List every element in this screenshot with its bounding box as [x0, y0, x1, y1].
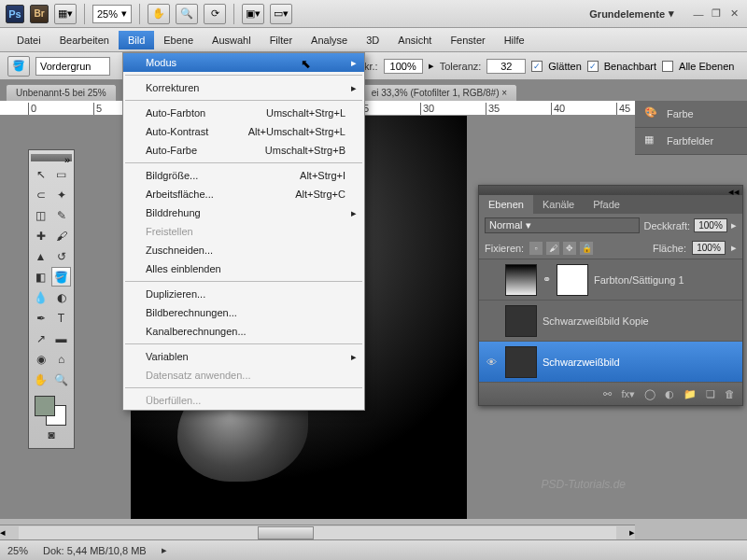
lock-position-icon[interactable]: ✥ — [563, 242, 576, 255]
crop-tool-icon[interactable]: ◫ — [31, 205, 50, 225]
scrollbar-horizontal[interactable]: ◂▸ — [0, 525, 635, 539]
menu-bild[interactable]: Bild — [119, 31, 154, 49]
menu-item[interactable]: Modus▸⬉ — [123, 53, 364, 72]
menu-item[interactable]: Variablen▸ — [123, 347, 364, 366]
zoom-tool-icon[interactable]: 🔍 — [51, 370, 71, 389]
opacity-label: kr.: — [364, 61, 378, 72]
trash-icon[interactable]: 🗑 — [725, 388, 735, 399]
fill-source[interactable]: Vordergrun — [35, 57, 110, 76]
minimize-icon[interactable]: — — [691, 7, 706, 21]
menu-item[interactable]: Alles einblenden — [123, 259, 364, 278]
path-tool-icon[interactable]: ↗ — [31, 329, 50, 348]
menu-ansicht[interactable]: Ansicht — [388, 31, 441, 49]
menu-ebene[interactable]: Ebene — [154, 31, 203, 49]
opacity-input[interactable] — [384, 59, 423, 74]
shape-tool-icon[interactable]: ▬ — [51, 329, 71, 348]
brush-tool-icon[interactable]: 🖌 — [51, 226, 71, 245]
menu-hilfe[interactable]: Hilfe — [495, 31, 534, 49]
doc-tab[interactable]: ei 33,3% (Fotofilter 1, RGB/8#) × — [361, 84, 517, 101]
type-tool-icon[interactable]: T — [51, 308, 71, 328]
panel-tab[interactable]: Kanäle — [533, 195, 584, 214]
bucket-tool-icon[interactable]: 🪣 — [7, 56, 30, 77]
menu-fenster[interactable]: Fenster — [441, 31, 494, 49]
blend-mode-select[interactable]: Normal ▾ — [485, 217, 640, 233]
wand-tool-icon[interactable]: ✦ — [51, 185, 71, 204]
layout-button[interactable]: ▦▾ — [54, 4, 77, 24]
rotate-view-icon[interactable]: ⟳ — [204, 4, 226, 24]
menu-datei[interactable]: Datei — [7, 31, 50, 49]
tolerance-input[interactable] — [486, 59, 526, 74]
doc-tab[interactable]: Unbenannt-5 bei 25% — [6, 84, 117, 101]
group-icon[interactable]: 📁 — [684, 388, 697, 400]
menu-3d[interactable]: 3D — [357, 31, 388, 49]
fx-icon[interactable]: fx▾ — [621, 388, 635, 400]
menu-filter[interactable]: Filter — [261, 31, 302, 49]
menu-item[interactable]: Bildberechnungen... — [123, 303, 364, 322]
menu-bearbeiten[interactable]: Bearbeiten — [50, 31, 119, 49]
eraser-tool-icon[interactable]: ◧ — [31, 267, 50, 287]
zoom-dropdown[interactable]: 25%▾ — [92, 5, 132, 23]
mask-icon[interactable]: ◯ — [644, 388, 655, 400]
hand-tool-icon[interactable]: ✋ — [148, 4, 170, 24]
eyedropper-tool-icon[interactable]: ✎ — [51, 205, 71, 225]
arrange-icon[interactable]: ▣▾ — [242, 4, 264, 24]
history-brush-icon[interactable]: ↺ — [51, 246, 71, 266]
menu-item[interactable]: Arbeitsfläche...Alt+Strg+C — [123, 185, 364, 203]
panel-tab[interactable]: Ebenen — [479, 195, 533, 214]
link-layers-icon[interactable]: ⚯ — [603, 388, 612, 400]
zoom-tool-icon[interactable]: 🔍 — [176, 4, 198, 24]
dodge-tool-icon[interactable]: ◐ — [51, 287, 71, 307]
menu-item[interactable]: Zuschneiden... — [123, 241, 364, 259]
menu-item[interactable]: Korrekturen▸ — [123, 78, 364, 97]
3d-camera-icon[interactable]: ⌂ — [51, 349, 71, 369]
menu-auswahl[interactable]: Auswahl — [203, 31, 261, 49]
antialias-check[interactable]: ✓ — [531, 61, 543, 72]
layer-row[interactable]: 👁Schwarzweißbild — [479, 342, 742, 383]
visibility-icon[interactable] — [483, 313, 500, 329]
farbe-panel-tab[interactable]: 🎨 Farbe — [635, 101, 747, 128]
panel-grip[interactable]: ◂◂ — [479, 186, 742, 195]
quickmask-icon[interactable]: ◙ — [31, 425, 72, 444]
restore-icon[interactable]: ❐ — [709, 7, 724, 21]
workspace-switcher[interactable]: Grundelemente ▾ — [589, 7, 674, 20]
lock-pixels-icon[interactable]: 🖌 — [546, 242, 559, 255]
adjustment-icon[interactable]: ◐ — [665, 388, 674, 400]
new-layer-icon[interactable]: ❏ — [706, 388, 715, 400]
menu-item[interactable]: Auto-FarbtonUmschalt+Strg+L — [123, 104, 364, 122]
contiguous-check[interactable]: ✓ — [587, 61, 599, 72]
hand-tool-icon[interactable]: ✋ — [31, 370, 50, 389]
bucket-tool-icon[interactable]: 🪣 — [51, 267, 71, 287]
visibility-icon[interactable]: 👁 — [483, 354, 500, 371]
panel-tab[interactable]: Pfade — [584, 195, 629, 214]
farbfelder-panel-tab[interactable]: ▦ Farbfelder — [635, 128, 747, 155]
layer-row[interactable]: ⚭Farbton/Sättigung 1 — [479, 259, 742, 301]
layer-fill-input[interactable] — [692, 241, 726, 255]
3d-tool-icon[interactable]: ◉ — [31, 349, 50, 369]
fg-color[interactable] — [35, 396, 55, 416]
all-layers-check[interactable] — [662, 61, 673, 72]
stamp-tool-icon[interactable]: ▲ — [31, 246, 50, 266]
layer-opacity-input[interactable] — [694, 218, 727, 232]
layer-row[interactable]: Schwarzweißbild Kopie — [479, 301, 742, 342]
menu-item[interactable]: Kanalberechnungen... — [123, 322, 364, 341]
blur-tool-icon[interactable]: 💧 — [31, 287, 50, 307]
menu-analyse[interactable]: Analyse — [302, 31, 357, 49]
marquee-tool-icon[interactable]: ▭ — [51, 164, 71, 184]
menu-item[interactable]: Auto-FarbeUmschalt+Strg+B — [123, 141, 364, 160]
close-icon[interactable]: ✕ — [726, 7, 741, 21]
toolbox-header[interactable]: » — [31, 154, 72, 161]
menu-item[interactable]: Duplizieren... — [123, 285, 364, 303]
move-tool-icon[interactable]: ↖ — [31, 164, 50, 184]
pen-tool-icon[interactable]: ✒ — [31, 308, 50, 328]
lock-all-icon[interactable]: 🔒 — [580, 242, 593, 255]
lasso-tool-icon[interactable]: ⊂ — [31, 185, 50, 204]
color-swatches[interactable] — [31, 394, 72, 424]
menu-item[interactable]: Auto-KontrastAlt+Umschalt+Strg+L — [123, 122, 364, 141]
lock-transparency-icon[interactable]: ▫ — [529, 242, 543, 255]
screen-mode-icon[interactable]: ▭▾ — [270, 4, 292, 24]
heal-tool-icon[interactable]: ✚ — [31, 226, 50, 245]
menu-item[interactable]: Bilddrehung▸ — [123, 203, 364, 222]
menu-item[interactable]: Bildgröße...Alt+Strg+I — [123, 166, 364, 185]
bridge-icon[interactable]: Br — [30, 5, 49, 23]
visibility-icon[interactable] — [483, 272, 500, 288]
